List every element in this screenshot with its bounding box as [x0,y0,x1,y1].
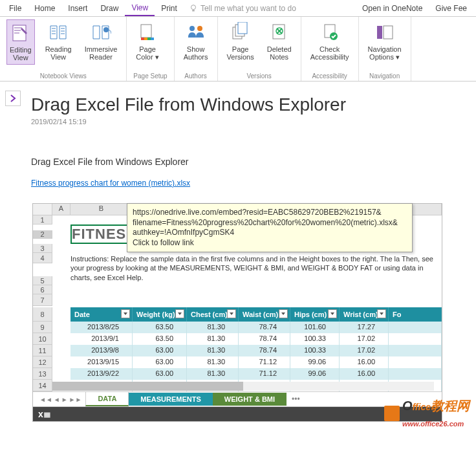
tab-nav-first[interactable]: ◄◄ [39,396,52,403]
notebook-views-label: Notebook Views [6,71,120,80]
select-all-corner[interactable] [33,204,52,215]
sheet-tabs: ◄◄ ◄ ► ►► DATA MEASUREMENTS WEIGHT & BMI… [33,391,442,407]
filter-date[interactable] [121,309,130,318]
row-1[interactable]: 1 [33,215,52,224]
row-10[interactable]: 10 [33,333,52,345]
menu-bar: File Home Insert Draw View Print Tell me… [0,0,476,17]
reading-view-button[interactable]: Reading View [43,19,74,63]
sheet-tab-data[interactable]: DATA [85,392,129,406]
row-7[interactable]: 7 [33,294,52,306]
collapse-nav-button[interactable] [5,91,21,106]
table-row[interactable]: 122013/9/1563.0081.3071.1299.0616.00 [33,356,442,368]
sheet-tab-measurements[interactable]: MEASUREMENTS [129,393,213,406]
menu-file[interactable]: File [3,1,28,16]
reading-view-icon [48,22,69,43]
tooltip-url-2: filename=Fitness%20progress%20chart%20fo… [133,218,407,228]
row-5[interactable]: 5 [33,276,52,285]
row-6[interactable]: 6 [33,285,52,294]
row-13[interactable]: 13 [33,368,52,380]
recycle-icon [269,22,290,43]
accessibility-l2: Accessibility [310,53,349,61]
th-waist[interactable]: Waist (cm) [239,307,290,322]
link-tooltip: https://onedrive.live.com/embed?resid=EA… [127,203,413,252]
table-row[interactable]: 112013/9/863.0081.3078.74100.3317.02 [33,345,442,356]
reading-view-l1: Reading [45,45,72,53]
table-row[interactable]: 102013/9/163.5081.3078.74100.3317.02 [33,333,442,345]
th-chest[interactable]: Chest (cm) [187,307,239,322]
navigation-options-button[interactable]: Navigation Options ▾ [365,19,404,63]
horizontal-scrollbar[interactable] [52,381,434,391]
editing-view-button[interactable]: Editing View [6,19,35,65]
row-8[interactable]: 8 [33,307,52,322]
th-weight[interactable]: Weight (kg) [133,307,187,322]
menu-view[interactable]: View [125,1,155,16]
menu-home[interactable]: Home [28,1,61,16]
sheet-tab-weight-bmi[interactable]: WEIGHT & BMI [213,393,287,406]
nav-l2: Options ▾ [369,53,400,61]
more-sheets[interactable]: ••• [287,395,305,404]
svg-point-0 [191,5,195,9]
watermark-icon [384,406,400,421]
svg-rect-13 [238,22,247,34]
filter-hips[interactable] [328,309,337,318]
th-wrist[interactable]: Wrist (cm) [340,307,389,322]
give-feedback[interactable]: Give Fee [429,1,473,16]
tell-me-placeholder: Tell me what you want to do [200,4,296,13]
table-row[interactable]: 92013/8/2563.5081.3078.74101.6017.27 [33,322,442,333]
svg-rect-19 [384,26,393,39]
navigation-icon [374,22,395,43]
col-header-b[interactable]: B [70,204,133,215]
th-fo[interactable]: Fo [389,307,442,322]
watermark: Office教程网 www.office26.com [384,397,470,430]
svg-point-9 [189,26,195,31]
immersive-l1: Immersive [85,45,118,53]
versions-group-label: Versions [224,71,294,80]
tab-nav-prev[interactable]: ◄ [54,396,60,403]
row-9[interactable]: 9 [33,322,52,333]
scroll-thumb[interactable] [52,382,243,391]
table-row[interactable]: 132013/9/2263.0081.3071.1299.0616.00 [33,368,442,380]
menu-print[interactable]: Print [155,1,184,16]
editing-view-l1: Editing [10,46,32,54]
show-authors-button[interactable]: Show Authors [181,19,211,63]
filter-chest[interactable] [227,309,236,318]
row-4[interactable]: 4 [33,253,52,263]
page-color-button[interactable]: Page Color ▾ [133,19,161,63]
th-hips[interactable]: Hips (cm) [290,307,340,322]
row-14[interactable]: 14 [33,380,52,391]
page-versions-button[interactable]: Page Versions [224,19,257,63]
page-content: Drag Excel File from Windows Explorer 20… [0,82,476,188]
editing-view-icon [10,23,31,43]
filter-weight[interactable] [175,309,184,318]
row-3[interactable]: 3 [33,244,52,253]
th-date[interactable]: Date [70,307,133,322]
versions-l1: Page [232,45,249,53]
page-setup-label: Page Setup [133,71,167,80]
row-12[interactable]: 12 [33,356,52,368]
page-title[interactable]: Drag Excel File from Windows Explorer [31,94,445,115]
deleted-l2: Notes [270,53,288,61]
reading-view-l2: View [50,53,66,61]
check-accessibility-button[interactable]: Check Accessibility [308,19,352,63]
file-link[interactable]: Fitness progress chart for women (metric… [31,179,190,188]
tell-me-search[interactable]: Tell me what you want to do [184,4,301,13]
authors-group-label: Authors [181,71,211,80]
row-2[interactable]: 2 [33,230,52,239]
menu-draw[interactable]: Draw [94,1,125,16]
filter-wrist[interactable] [377,309,386,318]
versions-icon [230,22,251,43]
immersive-l2: Reader [89,53,113,61]
tab-nav-last[interactable]: ►► [69,396,82,403]
excel-icon: x≣ [38,409,51,419]
deleted-notes-button[interactable]: Deleted Notes [265,19,294,63]
filter-waist[interactable] [279,309,288,318]
menu-insert[interactable]: Insert [61,1,94,16]
immersive-reader-icon [91,22,111,43]
open-in-onenote[interactable]: Open in OneNote [356,1,429,16]
row-11[interactable]: 11 [33,345,52,356]
immersive-reader-button[interactable]: Immersive Reader [82,19,120,63]
svg-rect-3 [141,25,151,38]
page-color-icon [137,22,158,43]
col-header-a[interactable]: A [52,204,70,215]
tab-nav-next[interactable]: ► [61,396,68,403]
